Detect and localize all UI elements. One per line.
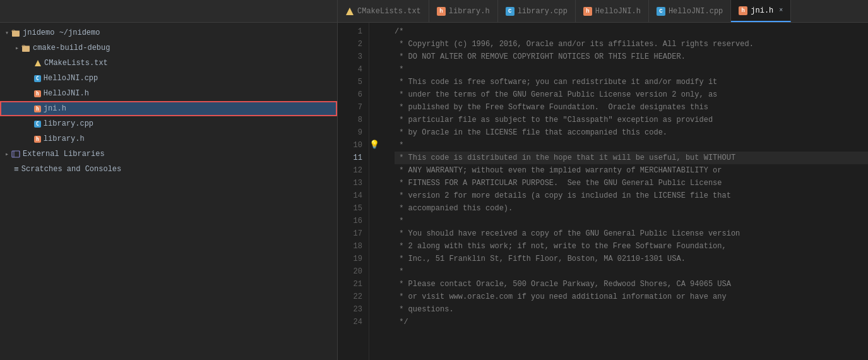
line-num-2: 2 bbox=[338, 38, 362, 51]
tree-icon-hellojni-cpp: C bbox=[34, 75, 41, 82]
code-line-23: * questions. bbox=[395, 303, 868, 316]
tree-icon-cmakelists bbox=[34, 59, 42, 67]
gutter-11 bbox=[369, 152, 384, 164]
tree-item-library-cpp[interactable]: Clibrary.cpp bbox=[0, 116, 337, 131]
tab-jni_h[interactable]: hjni.h× bbox=[731, 0, 791, 22]
tree-item-cmake-build[interactable]: ▸cmake-build-debug bbox=[0, 40, 337, 56]
tab-label-hellojni_cpp: HelloJNI.cpp bbox=[669, 7, 723, 16]
gutter-1 bbox=[369, 25, 384, 38]
gutter-17 bbox=[369, 227, 384, 240]
svg-rect-2 bbox=[22, 46, 30, 52]
tree-item-hellojni-h[interactable]: hHelloJNI.h bbox=[0, 86, 337, 101]
gutter-4 bbox=[369, 63, 384, 76]
code-line-13: * FITNESS FOR A PARTICULAR PURPOSE. See … bbox=[395, 177, 868, 189]
line-num-17: 17 bbox=[338, 227, 362, 240]
gutter-2 bbox=[369, 38, 384, 51]
tree-item-library-h[interactable]: hlibrary.h bbox=[0, 131, 337, 147]
line-num-22: 22 bbox=[338, 291, 362, 303]
line-num-16: 16 bbox=[338, 215, 362, 227]
code-line-19: * Inc., 51 Franklin St, Fifth Floor, Bos… bbox=[395, 253, 868, 265]
code-line-22: * or visit www.oracle.com if you need ad… bbox=[395, 291, 868, 303]
code-line-10: * bbox=[395, 139, 868, 152]
code-line-5: * This code is free software; you can re… bbox=[395, 76, 868, 88]
code-line-1: /* bbox=[395, 25, 868, 38]
code-content[interactable]: /* * Copyright (c) 1996, 2016, Oracle an… bbox=[384, 23, 868, 360]
tab-library_cpp[interactable]: Clibrary.cpp bbox=[498, 0, 576, 22]
gutter-22 bbox=[369, 291, 384, 303]
tab-hellojni_cpp[interactable]: CHelloJNI.cpp bbox=[649, 0, 731, 22]
code-line-20: * bbox=[395, 265, 868, 278]
tree-label-cmakelists: CMakeLists.txt bbox=[44, 59, 108, 68]
tab-label-library_cpp: library.cpp bbox=[518, 7, 568, 16]
tab-cmake[interactable]: CMakeLists.txt bbox=[338, 0, 429, 22]
code-line-17: * You should have received a copy of the… bbox=[395, 227, 868, 240]
code-area: 123456789101112131415161718192021222324 … bbox=[338, 23, 868, 360]
tree-label-hellojni-cpp: HelloJNI.cpp bbox=[44, 74, 98, 83]
tree-label-jnidemo-root: jnidemo ~/jnidemo bbox=[23, 28, 100, 37]
tab-icon-cmake bbox=[345, 7, 354, 16]
tree-item-hellojni-cpp[interactable]: CHelloJNI.cpp bbox=[0, 71, 337, 86]
code-line-14: * version 2 for more details (a copy is … bbox=[395, 189, 868, 202]
line-num-18: 18 bbox=[338, 240, 362, 253]
tree-icon-cmake-build bbox=[21, 44, 30, 52]
gutter-21 bbox=[369, 278, 384, 291]
code-line-6: * under the terms of the GNU General Pub… bbox=[395, 88, 868, 101]
main-content: ▾jnidemo ~/jnidemo▸cmake-build-debugCMak… bbox=[0, 23, 868, 360]
gutter-15 bbox=[369, 202, 384, 215]
tree-item-cmakelists[interactable]: CMakeLists.txt bbox=[0, 56, 337, 71]
code-line-18: * 2 along with this work; if not, write … bbox=[395, 240, 868, 253]
code-line-4: * bbox=[395, 63, 868, 76]
tree-item-scratches[interactable]: ≡Scratches and Consoles bbox=[0, 162, 337, 177]
code-line-24: */ bbox=[395, 316, 868, 328]
gutter-8 bbox=[369, 114, 384, 126]
gutter-24 bbox=[369, 316, 384, 328]
tree-icon-scratches: ≡ bbox=[14, 165, 19, 174]
tree-item-jnidemo-root[interactable]: ▾jnidemo ~/jnidemo bbox=[0, 25, 337, 40]
gutter-14 bbox=[369, 189, 384, 202]
tab-bar: CMakeLists.txthlibrary.hClibrary.cpphHel… bbox=[0, 0, 868, 23]
line-num-8: 8 bbox=[338, 114, 362, 126]
line-num-24: 24 bbox=[338, 316, 362, 328]
line-num-15: 15 bbox=[338, 202, 362, 215]
tab-label-jni_h: jni.h bbox=[751, 6, 773, 15]
tab-close-jni_h[interactable]: × bbox=[779, 7, 783, 14]
gutter-7 bbox=[369, 101, 384, 114]
line-num-19: 19 bbox=[338, 253, 362, 265]
tab-hellojni_h[interactable]: hHelloJNI.h bbox=[576, 0, 649, 22]
gutter-3 bbox=[369, 51, 384, 63]
tree-label-external-libs: External Libraries bbox=[23, 150, 105, 159]
line-num-6: 6 bbox=[338, 88, 362, 101]
tree-icon-jni-h: h bbox=[34, 105, 41, 112]
tab-label-cmake: CMakeLists.txt bbox=[357, 7, 421, 16]
gutter-13 bbox=[369, 177, 384, 189]
tree-icon-jnidemo-root bbox=[11, 28, 20, 37]
line-num-10: 10 bbox=[338, 139, 362, 152]
line-num-7: 7 bbox=[338, 101, 362, 114]
gutter-18 bbox=[369, 240, 384, 253]
tab-icon-hellojni_h: h bbox=[583, 7, 592, 16]
line-numbers: 123456789101112131415161718192021222324 bbox=[338, 23, 369, 360]
tree-item-external-libs[interactable]: ▸External Libraries bbox=[0, 147, 337, 162]
gutter-9 bbox=[369, 126, 384, 139]
line-num-12: 12 bbox=[338, 164, 362, 177]
project-header[interactable] bbox=[0, 0, 338, 22]
line-num-3: 3 bbox=[338, 51, 362, 63]
tree-label-jni-h: jni.h bbox=[44, 104, 66, 113]
tab-library_h[interactable]: hlibrary.h bbox=[429, 0, 498, 22]
gutter-16 bbox=[369, 215, 384, 227]
tab-icon-library_cpp: C bbox=[506, 7, 514, 16]
tree-icon-library-cpp: C bbox=[34, 121, 41, 128]
line-num-11: 11 bbox=[338, 152, 362, 164]
line-num-21: 21 bbox=[338, 278, 362, 291]
line-num-13: 13 bbox=[338, 177, 362, 189]
tabs-container: CMakeLists.txthlibrary.hClibrary.cpphHel… bbox=[338, 0, 868, 22]
gutter-23 bbox=[369, 303, 384, 316]
svg-rect-1 bbox=[12, 31, 20, 37]
tree-label-hellojni-h: HelloJNI.h bbox=[44, 89, 89, 98]
tree-icon-external-libs bbox=[11, 150, 20, 159]
tree-item-jni-h[interactable]: hjni.h bbox=[0, 101, 337, 116]
svg-marker-0 bbox=[346, 8, 354, 15]
svg-rect-4 bbox=[12, 151, 20, 157]
gutter-6 bbox=[369, 88, 384, 101]
tab-icon-jni_h: h bbox=[739, 6, 747, 15]
